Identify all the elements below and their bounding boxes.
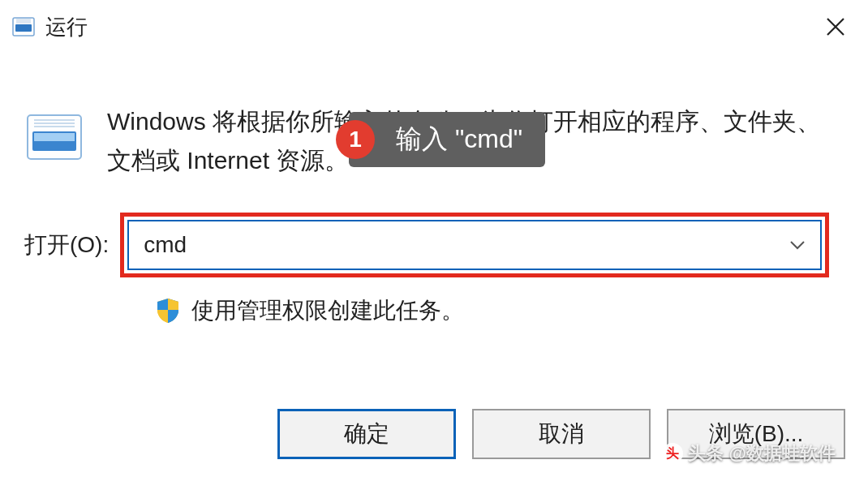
chevron-down-icon[interactable]	[789, 239, 806, 251]
open-combobox[interactable]	[127, 220, 822, 270]
callout-text: 输入 "cmd"	[396, 122, 522, 157]
open-row: 打开(O):	[24, 213, 829, 277]
titlebar-left: 运行	[11, 13, 88, 41]
step-badge: 1	[336, 120, 375, 159]
svg-rect-1	[15, 24, 32, 32]
dialog-body: Windows 将根据你所输入的名称，为你打开相应的程序、文件夹、文档或 Int…	[0, 54, 868, 326]
close-icon	[824, 15, 847, 38]
input-highlight	[120, 213, 829, 277]
admin-note-text: 使用管理权限创建此任务。	[191, 295, 464, 326]
watermark-icon: 头	[662, 443, 683, 464]
step-callout: 1 输入 "cmd"	[349, 112, 545, 167]
svg-rect-4	[34, 133, 75, 141]
titlebar: 运行	[0, 0, 868, 54]
run-icon-large	[24, 107, 84, 167]
open-input[interactable]	[144, 232, 781, 258]
window-title: 运行	[45, 13, 88, 41]
run-app-icon	[11, 15, 36, 39]
cancel-button[interactable]: 取消	[472, 409, 651, 459]
watermark-text: 头条 @数据蛙软件	[688, 441, 836, 466]
open-label: 打开(O):	[24, 230, 109, 260]
close-button[interactable]	[819, 11, 852, 43]
ok-button[interactable]: 确定	[277, 409, 456, 459]
shield-icon	[154, 297, 182, 324]
admin-note-row: 使用管理权限创建此任务。	[154, 295, 829, 326]
watermark: 头 头条 @数据蛙软件	[662, 441, 836, 466]
